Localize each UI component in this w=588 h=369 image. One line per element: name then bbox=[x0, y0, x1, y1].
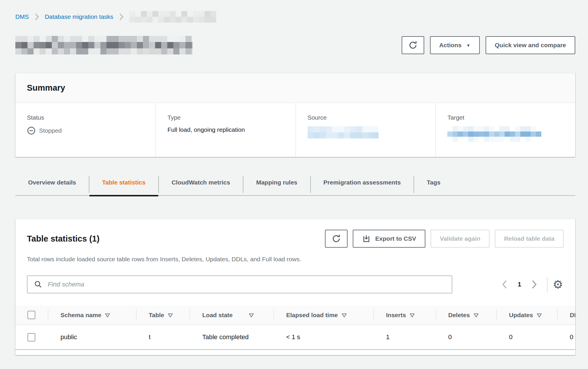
next-page-button[interactable] bbox=[528, 280, 541, 289]
caret-down-icon: ▼ bbox=[466, 43, 471, 48]
summary-title: Summary bbox=[27, 83, 564, 93]
sort-icon bbox=[342, 313, 347, 317]
tab-cloudwatch-metrics[interactable]: CloudWatch metrics bbox=[159, 176, 243, 196]
pagination-divider bbox=[547, 277, 547, 292]
breadcrumb-current-redacted bbox=[129, 11, 216, 23]
status-label: Status bbox=[27, 114, 150, 121]
tab-table-statistics[interactable]: Table statistics bbox=[89, 176, 158, 196]
table-statistics-title: Table statistics (1) bbox=[27, 234, 100, 244]
column-header-deletes[interactable]: Deletes bbox=[436, 306, 496, 325]
filter-row: 1 ⚙ bbox=[27, 275, 564, 293]
source-label: Source bbox=[308, 114, 430, 121]
pagination: 1 ⚙ bbox=[498, 277, 564, 292]
column-header-table[interactable]: Table bbox=[136, 306, 190, 325]
summary-type-field: Type Full load, ongoing replication bbox=[155, 103, 295, 157]
table-statistics-description: Total rows include loaded source table r… bbox=[27, 256, 564, 263]
type-value: Full load, ongoing replication bbox=[168, 126, 290, 133]
breadcrumb-link-dms[interactable]: DMS bbox=[15, 13, 29, 20]
source-value-redacted bbox=[308, 126, 378, 138]
chevron-right-icon bbox=[35, 13, 39, 21]
cell-ddls: 0 bbox=[557, 325, 575, 350]
sort-icon bbox=[168, 313, 173, 317]
statistics-table-wrap: Schema name Table Load state Elapsed loa… bbox=[15, 306, 575, 350]
select-all-checkbox[interactable] bbox=[27, 311, 35, 319]
sort-icon bbox=[410, 313, 415, 317]
cell-deletes: 0 bbox=[436, 325, 496, 350]
chevron-right-icon bbox=[532, 280, 537, 289]
table-statistics-actions: Export to CSV Validate again Reload tabl… bbox=[325, 230, 564, 248]
current-page-number: 1 bbox=[511, 281, 528, 288]
actions-button-label: Actions bbox=[439, 42, 462, 49]
previous-page-button[interactable] bbox=[498, 280, 511, 289]
schema-search-box bbox=[27, 275, 452, 293]
row-checkbox[interactable] bbox=[27, 333, 35, 341]
type-label: Type bbox=[168, 114, 290, 121]
table-statistics-card: Table statistics (1) Export to CSV Valid… bbox=[15, 219, 575, 355]
status-value: Stopped bbox=[27, 126, 150, 135]
tabs: Overview details Table statistics CloudW… bbox=[15, 176, 575, 196]
reload-table-data-button[interactable]: Reload table data bbox=[495, 230, 564, 248]
cell-schema-name: public bbox=[48, 325, 136, 350]
refresh-button[interactable] bbox=[402, 36, 424, 54]
summary-card-header: Summary bbox=[15, 73, 575, 103]
target-label: Target bbox=[447, 114, 569, 121]
summary-source-field: Source bbox=[295, 103, 436, 157]
table-statistics-header: Table statistics (1) Export to CSV Valid… bbox=[27, 230, 564, 248]
sort-icon bbox=[474, 313, 479, 317]
sort-icon bbox=[105, 313, 110, 317]
table-row[interactable]: public t Table completed < 1 s 1 0 0 0 bbox=[15, 325, 575, 350]
export-csv-button[interactable]: Export to CSV bbox=[353, 230, 425, 248]
actions-button[interactable]: Actions ▼ bbox=[430, 36, 480, 54]
column-header-elapsed-load-time[interactable]: Elapsed load time bbox=[273, 306, 373, 325]
settings-gear-icon[interactable]: ⚙ bbox=[552, 279, 564, 290]
search-icon bbox=[34, 280, 43, 289]
quick-view-compare-button[interactable]: Quick view and compare bbox=[486, 36, 575, 54]
statistics-table: Schema name Table Load state Elapsed loa… bbox=[15, 306, 575, 350]
column-header-updates[interactable]: Updates bbox=[496, 306, 557, 325]
refresh-icon bbox=[331, 234, 341, 244]
chevron-right-icon bbox=[119, 13, 124, 21]
breadcrumb: DMS Database migration tasks bbox=[15, 11, 575, 23]
page-title-redacted bbox=[15, 36, 192, 54]
summary-status-field: Status Stopped bbox=[15, 103, 155, 157]
stopped-icon bbox=[27, 126, 36, 135]
validate-again-button[interactable]: Validate again bbox=[431, 230, 490, 248]
tab-premigration-assessments[interactable]: Premigration assessments bbox=[311, 176, 414, 196]
header-actions: Actions ▼ Quick view and compare bbox=[402, 36, 575, 54]
target-value-redacted bbox=[447, 126, 541, 142]
refresh-icon bbox=[408, 40, 418, 50]
cell-inserts: 1 bbox=[373, 325, 436, 350]
sort-icon bbox=[537, 313, 542, 317]
tab-overview-details[interactable]: Overview details bbox=[15, 176, 89, 196]
sort-icon bbox=[249, 313, 254, 317]
tab-mapping-rules[interactable]: Mapping rules bbox=[243, 176, 310, 196]
breadcrumb-link-migration-tasks[interactable]: Database migration tasks bbox=[45, 13, 113, 20]
column-header-schema-name[interactable]: Schema name bbox=[48, 306, 136, 325]
download-icon bbox=[362, 234, 371, 243]
cell-updates: 0 bbox=[496, 325, 557, 350]
page-header: Actions ▼ Quick view and compare bbox=[15, 36, 575, 54]
column-header-ddls[interactable]: DDLs bbox=[557, 306, 575, 325]
summary-card: Summary Status Stopped Type Full load, o… bbox=[15, 73, 575, 157]
column-header-inserts[interactable]: Inserts bbox=[373, 306, 436, 325]
summary-target-field: Target bbox=[435, 103, 575, 157]
dms-task-page: DMS Database migration tasks Actions ▼ Q… bbox=[0, 0, 588, 369]
export-csv-label: Export to CSV bbox=[375, 235, 416, 242]
chevron-left-icon bbox=[502, 280, 507, 289]
tab-tags[interactable]: Tags bbox=[414, 176, 453, 196]
search-input[interactable] bbox=[47, 280, 449, 288]
table-refresh-button[interactable] bbox=[325, 230, 348, 248]
cell-table: t bbox=[136, 325, 190, 350]
cell-load-state: Table completed bbox=[190, 325, 273, 350]
summary-body: Status Stopped Type Full load, ongoing r… bbox=[15, 103, 575, 157]
cell-elapsed-load-time: < 1 s bbox=[273, 325, 373, 350]
table-header-row: Schema name Table Load state Elapsed loa… bbox=[15, 306, 575, 325]
column-header-load-state[interactable]: Load state bbox=[190, 306, 273, 325]
